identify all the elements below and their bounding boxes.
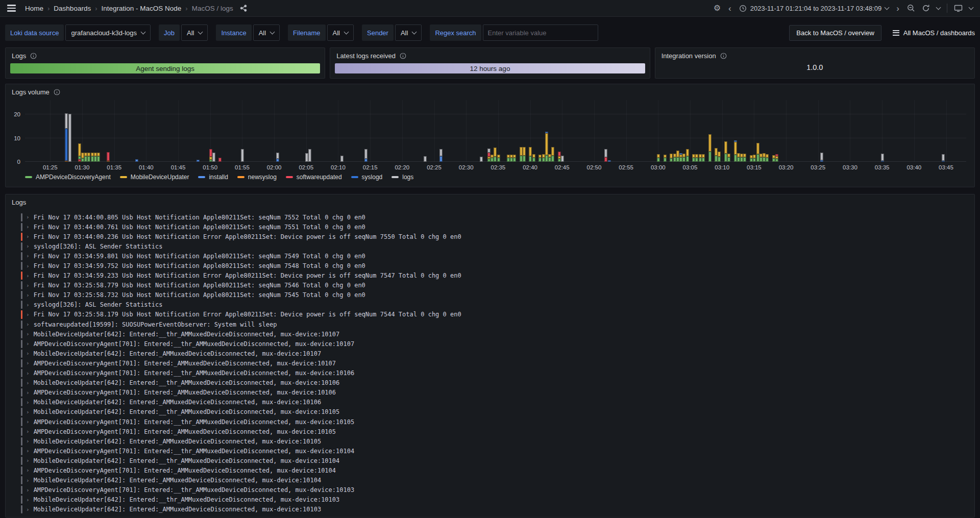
share-icon[interactable] xyxy=(239,4,248,12)
time-shift-right-icon[interactable]: › xyxy=(895,4,900,13)
log-expand-icon[interactable]: › xyxy=(26,497,30,503)
bar-segment-MobileDeviceUpdater xyxy=(78,143,81,157)
time-range-picker[interactable]: 2023-11-17 01:21:04 to 2023-11-17 03:48:… xyxy=(739,5,889,12)
log-expand-icon[interactable]: › xyxy=(26,399,30,406)
log-expand-icon[interactable]: › xyxy=(26,448,30,454)
log-row[interactable]: ›AMPDeviceDiscoveryAgent[701]: Entered:_… xyxy=(21,388,968,398)
log-expand-icon[interactable]: › xyxy=(26,360,30,366)
refresh-interval-chevron-icon[interactable] xyxy=(936,5,941,10)
log-expand-icon[interactable]: › xyxy=(26,253,30,259)
log-row[interactable]: ›AMPDeviceDiscoveryAgent[701]: Entered:_… xyxy=(21,446,968,456)
log-row[interactable]: ›MobileDeviceUpdater[642]: Entered:__thr… xyxy=(21,378,968,388)
log-row[interactable]: ›syslogd[326]: ASL Sender Statistics xyxy=(21,300,968,310)
log-expand-icon[interactable]: › xyxy=(26,380,30,386)
log-row[interactable]: ›Fri Nov 17 03:25:58.732 Usb Host Notifi… xyxy=(21,290,968,300)
back-to-overview-button[interactable]: Back to MacOS / overview xyxy=(789,25,881,41)
log-row[interactable]: ›AMPDeviceDiscoveryAgent[701]: Entered:_… xyxy=(21,368,968,378)
variable-value-dropdown[interactable]: All xyxy=(253,24,280,41)
all-dashboards-button[interactable]: All MacOS / dashboards xyxy=(893,29,975,37)
kiosk-monitor-icon[interactable] xyxy=(954,4,963,12)
legend-item-softwareupdated[interactable]: softwareupdated xyxy=(286,174,342,181)
info-icon[interactable] xyxy=(720,53,727,59)
log-expand-icon[interactable]: › xyxy=(26,243,30,250)
log-row[interactable]: ›syslogd[326]: ASL Sender Statistics xyxy=(21,241,968,251)
log-expand-icon[interactable]: › xyxy=(26,233,30,240)
time-shift-left-icon[interactable]: ‹ xyxy=(727,4,732,13)
log-expand-icon[interactable]: › xyxy=(26,370,30,377)
log-row[interactable]: ›Fri Nov 17 03:44:00.805 Usb Host Notifi… xyxy=(21,212,968,222)
legend-item-AMPDeviceDiscoveryAgent[interactable]: AMPDeviceDiscoveryAgent xyxy=(25,174,111,181)
kiosk-chevron-icon[interactable] xyxy=(969,5,974,10)
chevron-down-icon xyxy=(198,30,203,35)
log-row[interactable]: ›MobileDeviceUpdater[642]: Entered:__thr… xyxy=(21,495,968,505)
legend-item-syslogd[interactable]: syslogd xyxy=(351,174,383,181)
log-expand-icon[interactable]: › xyxy=(26,340,30,347)
legend-item-newsyslog[interactable]: newsyslog xyxy=(237,174,277,181)
log-expand-icon[interactable]: › xyxy=(26,487,30,494)
log-expand-icon[interactable]: › xyxy=(26,311,30,318)
log-row[interactable]: ›Fri Nov 17 03:34:59.752 Usb Host Notifi… xyxy=(21,261,968,270)
gear-icon[interactable]: ⚙ xyxy=(714,4,721,12)
log-row[interactable]: ›Fri Nov 17 03:44:00.236 Usb Host Notifi… xyxy=(21,232,968,241)
log-row[interactable]: ›Fri Nov 17 03:44:00.761 Usb Host Notifi… xyxy=(21,222,968,232)
log-row[interactable]: ›Fri Nov 17 03:25:58.779 Usb Host Notifi… xyxy=(21,281,968,290)
legend-item-MobileDeviceUpdater[interactable]: MobileDeviceUpdater xyxy=(120,174,189,181)
log-row[interactable]: ›MobileDeviceUpdater[642]: Entered:_AMMu… xyxy=(21,476,968,485)
volume-bar xyxy=(766,154,769,162)
log-expand-icon[interactable]: › xyxy=(26,438,30,445)
log-row[interactable]: ›MobileDeviceUpdater[642]: Entered:_AMMu… xyxy=(21,398,968,407)
info-icon[interactable] xyxy=(400,53,406,59)
log-row[interactable]: ›AMPDeviceDiscoveryAgent[701]: Entered:_… xyxy=(21,427,968,436)
breadcrumb-item[interactable]: Home xyxy=(25,5,43,12)
log-row[interactable]: ›Fri Nov 17 03:34:59.233 Usb Host Notifi… xyxy=(21,271,968,281)
log-expand-icon[interactable]: › xyxy=(26,263,30,269)
log-expand-icon[interactable]: › xyxy=(26,302,30,308)
info-icon[interactable] xyxy=(30,53,37,59)
info-icon[interactable] xyxy=(54,89,60,95)
log-row[interactable]: ›MobileDeviceUpdater[642]: Entered:__thr… xyxy=(21,456,968,465)
log-row[interactable]: ›Fri Nov 17 03:34:59.801 Usb Host Notifi… xyxy=(21,251,968,261)
log-expand-icon[interactable]: › xyxy=(26,224,30,230)
log-row[interactable]: ›AMPDeviceDiscoveryAgent[701]: Entered:_… xyxy=(21,358,968,368)
log-row[interactable]: ›MobileDeviceUpdater[642]: Entered:__thr… xyxy=(21,329,968,339)
log-expand-icon[interactable]: › xyxy=(26,214,30,220)
legend-item-installd[interactable]: installd xyxy=(198,174,228,181)
variable-value-dropdown[interactable]: All xyxy=(327,24,354,41)
log-row[interactable]: ›Fri Nov 17 03:25:58.179 Usb Host Notifi… xyxy=(21,310,968,319)
log-row[interactable]: ›AMPDeviceDiscoveryAgent[701]: Entered:_… xyxy=(21,339,968,349)
log-row[interactable]: ›MobileDeviceUpdater[642]: Entered:_AMMu… xyxy=(21,349,968,358)
breadcrumb-item[interactable]: Integration - MacOS Node xyxy=(102,5,182,12)
log-row[interactable]: ›MobileDeviceUpdater[642]: Entered:__thr… xyxy=(21,407,968,417)
log-expand-icon[interactable]: › xyxy=(26,506,30,513)
log-expand-icon[interactable]: › xyxy=(26,457,30,464)
log-row[interactable]: ›AMPDeviceDiscoveryAgent[701]: Entered:_… xyxy=(21,485,968,495)
log-expand-icon[interactable]: › xyxy=(26,418,30,425)
log-expand-icon[interactable]: › xyxy=(26,321,30,328)
log-expand-icon[interactable]: › xyxy=(26,467,30,474)
log-expand-icon[interactable]: › xyxy=(26,331,30,337)
log-row[interactable]: ›AMPDeviceDiscoveryAgent[701]: Entered:_… xyxy=(21,417,968,427)
legend-item-logs[interactable]: logs xyxy=(391,174,413,181)
log-row[interactable]: ›MobileDeviceUpdater[642]: Entered:_AMMu… xyxy=(21,436,968,446)
log-expand-icon[interactable]: › xyxy=(26,273,30,279)
datasource-value-dropdown[interactable]: grafanacloud-k3d-logs xyxy=(65,24,151,41)
log-row[interactable]: ›AMPDeviceDiscoveryAgent[701]: Entered:_… xyxy=(21,465,968,475)
log-expand-icon[interactable]: › xyxy=(26,477,30,484)
chevron-down-icon xyxy=(270,30,275,35)
log-expand-icon[interactable]: › xyxy=(26,389,30,396)
log-row[interactable]: ›MobileDeviceUpdater[642]: Entered:_AMMu… xyxy=(21,505,968,514)
refresh-icon[interactable] xyxy=(922,4,930,12)
zoom-out-icon[interactable] xyxy=(907,4,915,12)
gridline-vertical xyxy=(498,100,499,162)
log-expand-icon[interactable]: › xyxy=(26,350,30,357)
log-expand-icon[interactable]: › xyxy=(26,292,30,299)
log-row[interactable]: ›softwareupdated[19599]: SUOSUPowerEvent… xyxy=(21,319,968,329)
breadcrumb-item[interactable]: Dashboards xyxy=(54,5,91,12)
regex-search-input[interactable] xyxy=(483,24,598,41)
log-expand-icon[interactable]: › xyxy=(26,409,30,415)
log-expand-icon[interactable]: › xyxy=(26,428,30,435)
menu-icon[interactable] xyxy=(7,5,16,12)
variable-value-dropdown[interactable]: All xyxy=(395,24,422,41)
log-expand-icon[interactable]: › xyxy=(26,282,30,289)
variable-value-dropdown[interactable]: All xyxy=(181,24,208,41)
